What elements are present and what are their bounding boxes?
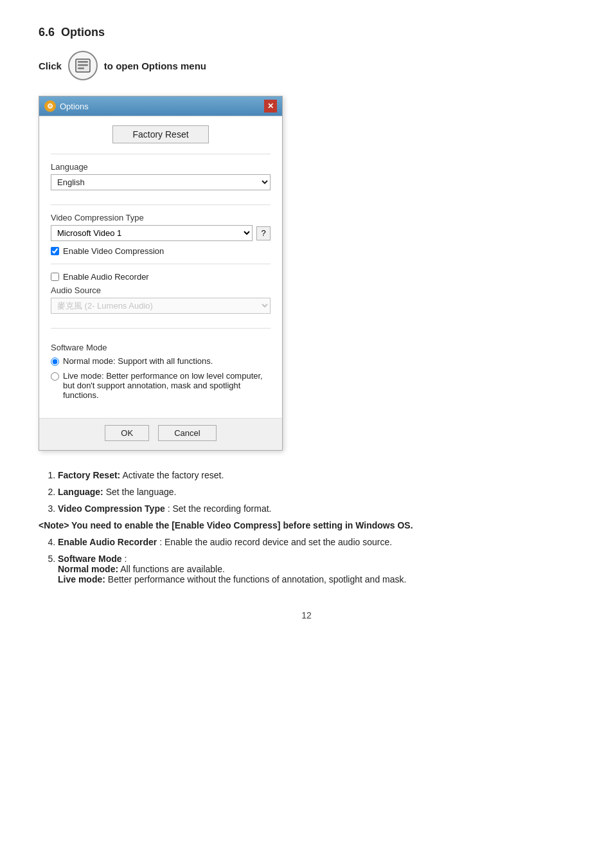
- desc-item-3: Video Compression Type : Set the recordi…: [58, 503, 574, 514]
- enable-audio-recorder-row: Enable Audio Recorder: [51, 272, 271, 282]
- video-compression-help-button[interactable]: ?: [256, 226, 271, 240]
- ok-button[interactable]: OK: [105, 425, 149, 441]
- normal-mode-label[interactable]: Normal mode: Support with all functions.: [63, 356, 213, 366]
- video-compression-label: Video Compression Type: [51, 213, 271, 222]
- dialog-footer: OK Cancel: [39, 418, 282, 450]
- desc-text-1: Activate the factory reset.: [122, 470, 224, 480]
- desc-item-5: Software Mode : Normal mode: All functio…: [58, 554, 574, 584]
- page-number: 12: [39, 610, 574, 620]
- desc-item-4: Enable Audio Recorder : Enable the audio…: [58, 537, 574, 547]
- dialog-close-button[interactable]: ✕: [264, 100, 277, 113]
- divider-1: [51, 154, 271, 154]
- audio-source-select[interactable]: 麥克風 (2- Lumens Audio): [51, 298, 271, 314]
- desc-normal-mode-text: All functions are available.: [120, 564, 225, 574]
- desc-label-1: Factory Reset:: [58, 470, 120, 480]
- enable-video-compression-row: Enable Video Compression: [51, 246, 271, 256]
- desc-item-2: Language: Set the language.: [58, 487, 574, 497]
- divider-4: [51, 328, 271, 329]
- audio-recorder-section: Enable Audio Recorder Audio Source 麥克風 (…: [51, 272, 271, 320]
- options-title-icon: ⚙: [44, 100, 56, 112]
- enable-audio-recorder-label[interactable]: Enable Audio Recorder: [63, 272, 149, 282]
- svg-rect-1: [78, 61, 88, 63]
- click-instruction-row: Click to open Options menu: [39, 51, 574, 80]
- divider-2: [51, 204, 271, 205]
- video-compression-section: Video Compression Type Microsoft Video 1…: [51, 213, 271, 256]
- normal-mode-row: Normal mode: Support with all functions.: [51, 356, 271, 366]
- desc-text-3: : Set the recording format.: [168, 503, 272, 514]
- options-dialog: ⚙ Options ✕ Factory Reset Language Engli…: [39, 96, 283, 451]
- normal-mode-radio[interactable]: [51, 357, 59, 366]
- note-line: <Note> You need to enable the [Enable Vi…: [39, 520, 574, 530]
- factory-reset-button[interactable]: Factory Reset: [112, 125, 208, 143]
- live-mode-row: Live mode: Better performance on low lev…: [51, 371, 271, 400]
- video-compression-row: Microsoft Video 1 ?: [51, 225, 271, 241]
- audio-source-label: Audio Source: [51, 285, 271, 295]
- section-title: 6.6 Options: [39, 26, 574, 39]
- dialog-body: Factory Reset Language English Video Com…: [39, 116, 282, 418]
- live-mode-label[interactable]: Live mode: Better performance on low lev…: [63, 371, 271, 400]
- description-list-2: Enable Audio Recorder : Enable the audio…: [39, 537, 574, 584]
- svg-rect-2: [78, 64, 88, 66]
- desc-text-2: Set the language.: [106, 487, 177, 497]
- enable-video-compression-label[interactable]: Enable Video Compression: [63, 246, 164, 256]
- cancel-button[interactable]: Cancel: [158, 425, 216, 441]
- options-icon: [68, 51, 98, 80]
- enable-audio-recorder-checkbox[interactable]: [51, 273, 59, 281]
- desc-label-3: Video Compression Type: [58, 503, 165, 514]
- desc-live-mode-label: Live mode:: [58, 574, 105, 584]
- desc-item-1: Factory Reset: Activate the factory rese…: [58, 470, 574, 480]
- enable-video-compression-checkbox[interactable]: [51, 247, 59, 255]
- desc-label-2: Language:: [58, 487, 103, 497]
- language-select[interactable]: English: [51, 174, 271, 190]
- divider-3: [51, 264, 271, 264]
- dialog-titlebar: ⚙ Options ✕: [39, 96, 282, 116]
- click-label: Click: [39, 60, 62, 71]
- desc-label-4: Enable Audio Recorder: [58, 537, 157, 547]
- description-list: Factory Reset: Activate the factory rese…: [39, 470, 574, 514]
- desc-label-5: Software Mode: [58, 554, 122, 564]
- click-instruction-after: to open Options menu: [104, 60, 206, 71]
- desc-live-mode-text: Better performance without the functions…: [108, 574, 407, 584]
- software-mode-section: Software Mode Normal mode: Support with …: [51, 336, 271, 409]
- live-mode-radio[interactable]: [51, 372, 59, 381]
- software-mode-label: Software Mode: [51, 343, 271, 352]
- video-compression-select[interactable]: Microsoft Video 1: [51, 225, 253, 241]
- desc-text-5: :: [124, 554, 127, 564]
- factory-reset-section: Factory Reset: [51, 125, 271, 143]
- svg-rect-3: [78, 68, 84, 69]
- language-section: Language English: [51, 162, 271, 197]
- desc-text-4: : Enable the audio record device and set…: [159, 537, 392, 547]
- desc-normal-mode-label: Normal mode:: [58, 564, 118, 574]
- language-label: Language: [51, 162, 271, 172]
- dialog-title-text: ⚙ Options: [44, 100, 89, 112]
